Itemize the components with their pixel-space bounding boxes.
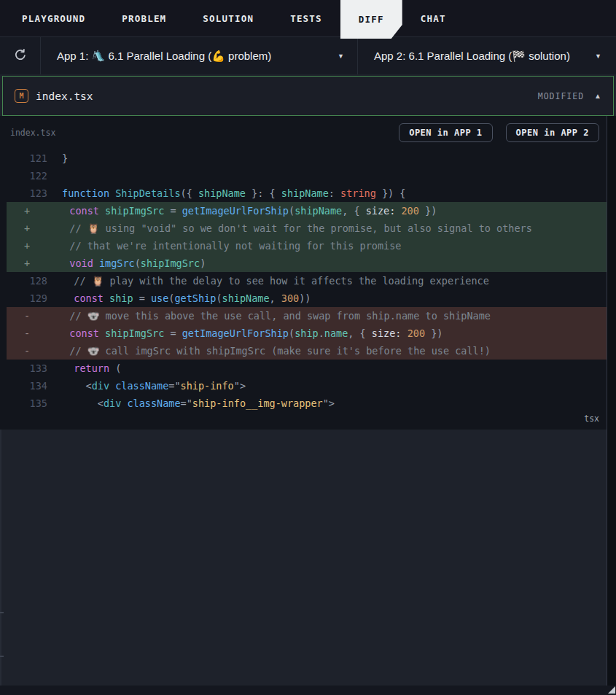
code-text: <div className="ship-info__img-wrapper">	[62, 395, 335, 412]
line-number: 134	[7, 377, 62, 395]
status-badge: MODIFIED	[538, 91, 584, 101]
tab-tests[interactable]: TESTS	[272, 0, 340, 36]
chevron-down-icon: ▼	[338, 53, 344, 60]
open-buttons: OPEN in APP 1 OPEN in APP 2	[399, 123, 599, 142]
tab-playground[interactable]: PLAYGROUND	[4, 0, 104, 36]
tab-problem[interactable]: PROBLEM	[104, 0, 184, 36]
tab-bar: PLAYGROUNDPROBLEMSOLUTIONTESTSDIFFCHAT	[0, 0, 616, 37]
code-text: // 🐨 move this above the use call, and s…	[58, 307, 491, 325]
diff-line: + void imgSrc(shipImgSrc)	[7, 255, 607, 272]
refresh-button[interactable]	[0, 37, 41, 74]
app2-selector-label: App 2: 6.1 Parallel Loading (🏁 solution)	[374, 50, 570, 63]
tab-solution[interactable]: SOLUTION	[184, 0, 272, 36]
line-number: 123	[7, 185, 62, 202]
open-in-app1-button[interactable]: OPEN in APP 1	[399, 123, 492, 142]
pane-resize-notch[interactable]	[0, 656, 4, 657]
diff-marker: -	[7, 307, 58, 325]
pane-resize-notch[interactable]	[0, 612, 4, 613]
code-text: return (	[62, 360, 121, 377]
diff-line: 123function ShipDetails({ shipName }: { …	[7, 185, 607, 202]
modified-badge-icon: M	[15, 89, 28, 103]
diff-lines: 121}122123function ShipDetails({ shipNam…	[0, 150, 607, 412]
code-text: const ship = use(getShip(shipName, 300))	[62, 290, 311, 307]
toolbar: App 1: 🛝 6.1 Parallel Loading (💪 problem…	[0, 37, 616, 74]
diff-line: 122	[7, 167, 607, 185]
file-header-filename: index.tsx	[36, 90, 93, 102]
vertical-scrollbar[interactable]	[607, 116, 616, 686]
line-number: 121	[7, 150, 62, 167]
chevron-down-icon: ▼	[595, 53, 601, 60]
diff-marker: +	[7, 255, 58, 272]
diff-line: - // 🐨 move this above the use call, and…	[7, 307, 607, 325]
line-number: 135	[7, 395, 62, 412]
code-text: // that we're intentionally not waiting …	[58, 237, 401, 255]
code-toolbar: index.tsx OPEN in APP 1 OPEN in APP 2	[0, 116, 607, 147]
diff-line: - // 🐨 call imgSrc with shipImgSrc (make…	[7, 342, 607, 360]
code-text: const shipImgSrc = getImageUrlForShip(sh…	[58, 325, 442, 342]
line-number: 122	[7, 167, 62, 185]
line-number: 128	[7, 272, 62, 290]
app1-selector[interactable]: App 1: 🛝 6.1 Parallel Loading (💪 problem…	[41, 37, 358, 74]
app-window: PLAYGROUNDPROBLEMSOLUTIONTESTSDIFFCHAT A…	[0, 0, 616, 695]
diff-line: 134 <div className="ship-info">	[7, 377, 607, 395]
line-number: 133	[7, 360, 62, 377]
open-in-app2-button[interactable]: OPEN in APP 2	[506, 123, 599, 142]
tab-chat[interactable]: CHAT	[402, 0, 464, 36]
diff-code-panel: index.tsx OPEN in APP 1 OPEN in APP 2 12…	[0, 116, 607, 430]
language-row: tsx	[0, 412, 607, 428]
empty-panel-area	[0, 430, 607, 686]
diff-line: 129 const ship = use(getShip(shipName, 3…	[7, 290, 607, 307]
diff-marker: -	[7, 325, 58, 342]
code-file-label: index.tsx	[10, 128, 55, 138]
code-text: // 🐨 call imgSrc with shipImgSrc (make s…	[58, 342, 491, 360]
collapse-icon[interactable]: ▲	[594, 92, 601, 100]
code-text: }	[62, 150, 68, 167]
diff-marker: -	[7, 342, 58, 360]
editor-column: index.tsx OPEN in APP 1 OPEN in APP 2 12…	[0, 116, 607, 686]
diff-marker: +	[7, 220, 58, 237]
diff-line: 133 return (	[7, 360, 607, 377]
code-text: function ShipDetails({ shipName }: { shi…	[62, 185, 405, 202]
diff-marker: +	[7, 202, 58, 220]
language-badge: tsx	[584, 413, 599, 424]
diff-line: + const shipImgSrc = getImageUrlForShip(…	[7, 202, 607, 220]
code-text: // 🦉 using "void" so we don't wait for t…	[58, 220, 532, 237]
code-text: const shipImgSrc = getImageUrlForShip(sh…	[58, 202, 437, 220]
app2-selector[interactable]: App 2: 6.1 Parallel Loading (🏁 solution)…	[358, 37, 616, 74]
code-text: void imgSrc(shipImgSrc)	[58, 255, 206, 272]
bottom-bar	[0, 686, 616, 695]
app1-selector-label: App 1: 🛝 6.1 Parallel Loading (💪 problem…	[57, 50, 271, 63]
tab-diff[interactable]: DIFF	[340, 0, 402, 39]
refresh-icon	[13, 47, 28, 65]
code-text: // 🦉 play with the delay to see how it a…	[62, 272, 489, 290]
diff-line: + // 🦉 using "void" so we don't wait for…	[7, 220, 607, 237]
diff-line: - const shipImgSrc = getImageUrlForShip(…	[7, 325, 607, 342]
diff-line: 121}	[7, 150, 607, 167]
line-number: 129	[7, 290, 62, 307]
file-header[interactable]: M index.tsx MODIFIED ▲	[2, 76, 614, 116]
diff-line: 135 <div className="ship-info__img-wrapp…	[7, 395, 607, 412]
resize-handle-icon[interactable]	[608, 686, 615, 694]
diff-line: + // that we're intentionally not waitin…	[7, 237, 607, 255]
workspace: index.tsx OPEN in APP 1 OPEN in APP 2 12…	[0, 116, 616, 686]
code-text: <div className="ship-info">	[62, 377, 246, 395]
diff-line: 128 // 🦉 play with the delay to see how …	[7, 272, 607, 290]
diff-marker: +	[7, 237, 58, 255]
